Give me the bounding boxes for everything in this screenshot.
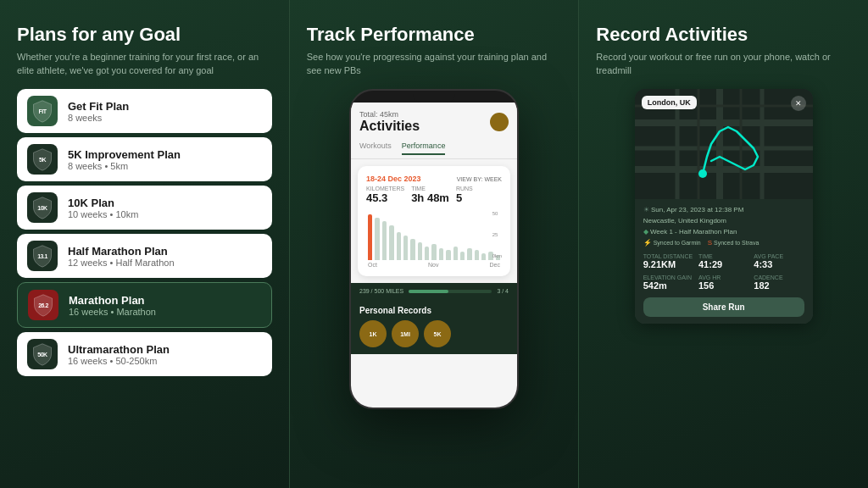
plan-detail-5k: 8 weeks • 5km xyxy=(68,161,262,171)
plan-name-fit: Get Fit Plan xyxy=(68,100,262,113)
plan-name-ultra: Ultramarathon Plan xyxy=(68,343,262,356)
record-5k: 5K xyxy=(424,320,451,347)
plan-name-5k: 5K Improvement Plan xyxy=(68,148,262,161)
chart-bar-5 xyxy=(460,252,465,260)
right-panel-subtitle: Record your workout or free run on your … xyxy=(596,51,851,77)
performance-card: 18-24 Dec 2023 VIEW BY: WEEK KILOMETERS4… xyxy=(358,166,510,276)
map-area: London, UK ✕ xyxy=(635,89,813,199)
chart-bar-10 xyxy=(425,247,429,261)
plan-badge-5k: 5K xyxy=(27,144,58,175)
progress-bar-area: 239 / 500 MILES 3 / 4 xyxy=(351,283,517,299)
screen-activities-title: Activities xyxy=(359,119,420,134)
middle-panel: Track Performance See how you're progres… xyxy=(290,0,580,488)
activity-sync: ⚡ Synced to Garmin S Synced to Strava xyxy=(643,239,804,247)
right-panel: Record Activities Record your workout or… xyxy=(579,0,868,488)
close-icon[interactable]: ✕ xyxy=(791,96,806,111)
left-panel: Plans for any Goal Whether you're a begi… xyxy=(0,0,290,488)
plan-item-fit[interactable]: FIT Get Fit Plan 8 weeks xyxy=(17,89,272,133)
plan-badge-10k: 10K xyxy=(27,192,58,223)
chart-bar-15 xyxy=(389,225,393,261)
activity-date: ☀ Sun, Apr 23, 2023 at 12:38 PM xyxy=(643,206,804,214)
activity-location: Newcastle, United Kingdom xyxy=(643,217,804,225)
plan-detail-ultra: 16 weeks • 50-250km xyxy=(68,356,262,366)
right-panel-title: Record Activities xyxy=(596,24,851,46)
chart-bar-11 xyxy=(418,242,422,260)
plan-item-marathon[interactable]: 26.2 Marathon Plan 16 weeks • Marathon xyxy=(17,282,272,328)
phone-mockup: Total: 45km Activities Workouts Performa… xyxy=(349,89,519,409)
plan-detail-10k: 10 weeks • 10km xyxy=(68,209,262,219)
tab-performance[interactable]: Performance xyxy=(402,141,446,155)
record-1mi: 1MI xyxy=(392,320,419,347)
screen-total: Total: 45km xyxy=(359,110,420,119)
chart-bar-8 xyxy=(439,248,443,261)
screen-header: Total: 45km Activities xyxy=(351,103,517,138)
phone-container: Total: 45km Activities Workouts Performa… xyxy=(307,89,562,471)
plan-badge-fit: FIT xyxy=(27,96,58,126)
activity-stat-total-distance: TOTAL DISTANCE9.21KM xyxy=(643,253,693,269)
plan-detail-half: 12 weeks • Half Marathon xyxy=(68,258,262,268)
perf-stat-runs: RUNS5 xyxy=(456,186,473,204)
chart-bar-12 xyxy=(410,239,415,260)
middle-panel-title: Track Performance xyxy=(307,24,562,46)
tab-workouts[interactable]: Workouts xyxy=(359,141,392,155)
activity-stat-time: TIME41:29 xyxy=(698,253,748,269)
chart-bar-16 xyxy=(382,221,387,260)
perf-stat-time: TIME3h 48m xyxy=(411,186,449,204)
map-phone-container: London, UK ✕ ☀ Sun, Apr 23, 2023 at 12:3… xyxy=(596,89,851,324)
records-title: Personal Records xyxy=(359,306,509,315)
avatar xyxy=(490,113,509,131)
start-dot xyxy=(698,169,707,178)
records-row: 1K 1MI 5K xyxy=(359,320,509,347)
chart-area: 50 25 0km xyxy=(366,209,502,260)
records-section: Personal Records 1K 1MI 5K xyxy=(351,299,517,354)
chart-labels: Oct Nov Dec xyxy=(366,262,502,268)
plan-item-ultra[interactable]: 50K Ultramarathon Plan 16 weeks • 50-250… xyxy=(17,332,272,376)
activity-stat-avg-pace: AVG PACE4:33 xyxy=(754,253,804,269)
plan-badge-ultra: 50K xyxy=(27,339,58,369)
progress-bar-fill xyxy=(409,290,448,293)
plan-badge-half: 13.1 xyxy=(27,241,58,271)
chart-bar-2 xyxy=(481,253,486,260)
chart-bar-9 xyxy=(431,244,436,260)
activity-stats-grid: TOTAL DISTANCE9.21KMTIME41:29AVG PACE4:3… xyxy=(643,253,804,291)
activity-stat-avg-hr: AVG HR156 xyxy=(698,274,748,291)
progress-text: 239 / 500 MILES xyxy=(359,288,403,294)
perf-stat-kilometers: KILOMETERS45.3 xyxy=(366,186,404,204)
left-panel-title: Plans for any Goal xyxy=(17,24,272,46)
activity-plan-text: Week 1 - Half Marathon Plan xyxy=(650,228,737,236)
activity-stat-cadence: CADENCE182 xyxy=(754,274,804,291)
activity-plan-label: ◆ Week 1 - Half Marathon Plan xyxy=(643,228,804,236)
sync-strava: S Synced to Strava xyxy=(708,239,760,247)
activity-info: ☀ Sun, Apr 23, 2023 at 12:38 PM Newcastl… xyxy=(635,199,813,324)
progress-bar-bg xyxy=(409,290,492,293)
plan-detail-marathon: 16 weeks • Marathon xyxy=(69,307,261,317)
perf-stats: KILOMETERS45.3TIME3h 48mRUNS5 xyxy=(366,186,502,204)
chart-bar-7 xyxy=(446,250,450,260)
record-1k: 1K xyxy=(359,320,387,347)
chart-bar-18 xyxy=(368,214,372,260)
progress-page: 3 / 4 xyxy=(497,288,509,294)
left-panel-subtitle: Whether you're a beginner training for y… xyxy=(17,51,272,77)
plan-item-half[interactable]: 13.1 Half Marathon Plan 12 weeks • Half … xyxy=(17,234,272,278)
plan-name-half: Half Marathon Plan xyxy=(68,245,262,258)
plan-item-10k[interactable]: 10K 10K Plan 10 weeks • 10km xyxy=(17,186,272,230)
phone-notch xyxy=(413,91,455,103)
middle-panel-subtitle: See how you're progressing against your … xyxy=(307,51,562,77)
chart-bar-4 xyxy=(467,248,471,261)
map-location-label: London, UK xyxy=(642,96,697,109)
map-card: London, UK ✕ ☀ Sun, Apr 23, 2023 at 12:3… xyxy=(635,89,813,324)
sync-garmin: ⚡ Synced to Garmin xyxy=(643,239,701,247)
screen-tabs: Workouts Performance xyxy=(351,138,517,159)
chart-bar-3 xyxy=(475,250,479,260)
activity-date-text: Sun, Apr 23, 2023 at 12:38 PM xyxy=(651,206,743,214)
share-run-button[interactable]: Share Run xyxy=(643,297,804,317)
phone-screen: Total: 45km Activities Workouts Performa… xyxy=(351,103,517,408)
chart-bar-17 xyxy=(375,218,379,260)
chart-bar-6 xyxy=(453,247,458,261)
plan-item-5k[interactable]: 5K 5K Improvement Plan 8 weeks • 5km xyxy=(17,137,272,181)
chart-y-labels: 50 25 0km xyxy=(492,209,502,260)
plan-name-marathon: Marathon Plan xyxy=(69,294,261,307)
plan-detail-fit: 8 weeks xyxy=(68,113,262,123)
chart-bar-14 xyxy=(397,232,401,260)
plan-list: FIT Get Fit Plan 8 weeks 5K 5K Improveme… xyxy=(17,89,272,376)
